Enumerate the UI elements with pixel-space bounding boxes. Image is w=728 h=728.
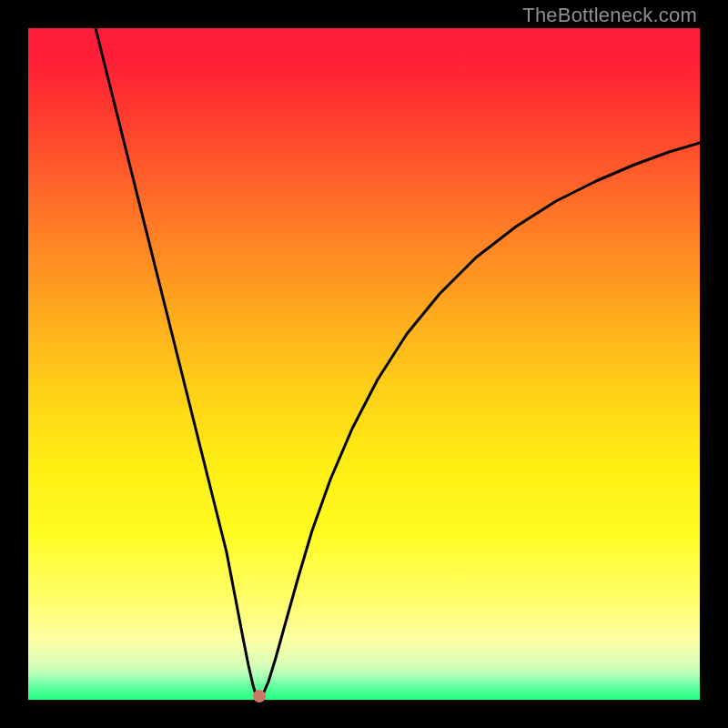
bottleneck-plot	[28, 28, 700, 700]
watermark-text: TheBottleneck.com	[522, 4, 697, 27]
optimum-marker	[253, 690, 266, 703]
chart-area	[28, 28, 700, 700]
gradient-background	[28, 28, 700, 700]
